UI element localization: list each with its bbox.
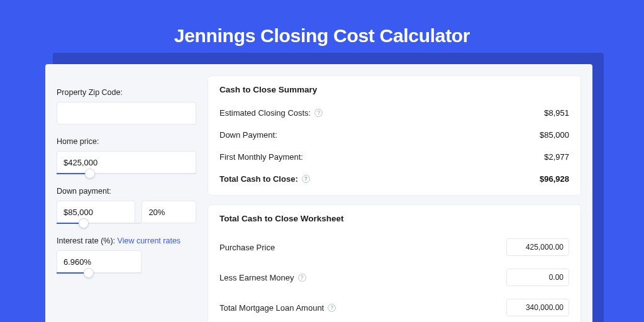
ws-earnest-label: Less Earnest Money [219, 273, 294, 282]
interest-rate-label-text: Interest rate (%): [57, 236, 115, 245]
summary-down-value: $85,000 [540, 130, 569, 140]
home-price-label: Home price: [57, 137, 196, 146]
interest-rate-input[interactable] [57, 250, 142, 273]
zip-input[interactable] [57, 102, 196, 125]
worksheet-card: Total Cash to Close Worksheet Purchase P… [208, 204, 581, 322]
summary-total-value: $96,928 [540, 174, 569, 184]
zip-field: Property Zip Code: [57, 88, 196, 125]
results-column: Cash to Close Summary Estimated Closing … [208, 75, 581, 322]
summary-row-total: Total Cash to Close: ? $96,928 [219, 169, 569, 191]
help-icon[interactable]: ? [328, 304, 336, 312]
est-costs-label: Estimated Closing Costs: [219, 108, 311, 118]
home-price-slider[interactable] [57, 173, 196, 174]
ws-row-earnest: Less Earnest Money ? [219, 262, 569, 292]
est-costs-value: $8,951 [544, 108, 569, 118]
interest-rate-field: Interest rate (%): View current rates [57, 236, 196, 274]
home-price-input[interactable] [57, 151, 196, 174]
summary-total-label: Total Cash to Close: [219, 174, 298, 184]
down-payment-slider[interactable] [57, 223, 142, 224]
inputs-column: Property Zip Code: Home price: Down paym… [57, 75, 196, 322]
down-payment-label: Down payment: [57, 187, 196, 196]
down-payment-slider-thumb[interactable] [79, 218, 89, 228]
view-rates-link[interactable]: View current rates [118, 236, 181, 245]
zip-label: Property Zip Code: [57, 88, 196, 97]
down-payment-field: Down payment: [57, 187, 196, 224]
interest-rate-slider[interactable] [57, 272, 142, 274]
ws-row-purchase: Purchase Price [219, 232, 569, 262]
summary-card: Cash to Close Summary Estimated Closing … [208, 75, 581, 196]
ws-row-loan: Total Mortgage Loan Amount ? [219, 292, 569, 322]
calculator-stage: Property Zip Code: Home price: Down paym… [45, 64, 599, 322]
ws-earnest-input[interactable] [506, 269, 569, 286]
ws-purchase-label: Purchase Price [219, 243, 275, 252]
down-payment-pct-input[interactable] [142, 201, 196, 223]
summary-first-value: $2,977 [544, 152, 569, 162]
summary-down-label: Down Payment: [219, 130, 277, 140]
ws-loan-label: Total Mortgage Loan Amount [219, 303, 324, 313]
home-price-field: Home price: [57, 137, 196, 174]
summary-row-est-costs: Estimated Closing Costs: ? $8,951 [219, 103, 569, 125]
summary-row-first: First Monthly Payment: $2,977 [219, 147, 569, 169]
ws-purchase-input[interactable] [506, 238, 569, 256]
interest-rate-slider-thumb[interactable] [84, 268, 94, 278]
ws-loan-input[interactable] [506, 299, 569, 316]
help-icon[interactable]: ? [298, 274, 306, 282]
down-payment-input[interactable] [57, 201, 135, 223]
calculator-panel: Property Zip Code: Home price: Down paym… [45, 64, 592, 322]
summary-heading: Cash to Close Summary [219, 85, 569, 94]
interest-rate-label: Interest rate (%): View current rates [57, 236, 196, 245]
help-icon[interactable]: ? [302, 175, 310, 183]
help-icon[interactable]: ? [314, 109, 323, 117]
home-price-slider-thumb[interactable] [85, 169, 95, 179]
summary-row-down: Down Payment: $85,000 [219, 125, 569, 147]
worksheet-heading: Total Cash to Close Worksheet [219, 214, 569, 223]
summary-first-label: First Monthly Payment: [219, 152, 303, 162]
